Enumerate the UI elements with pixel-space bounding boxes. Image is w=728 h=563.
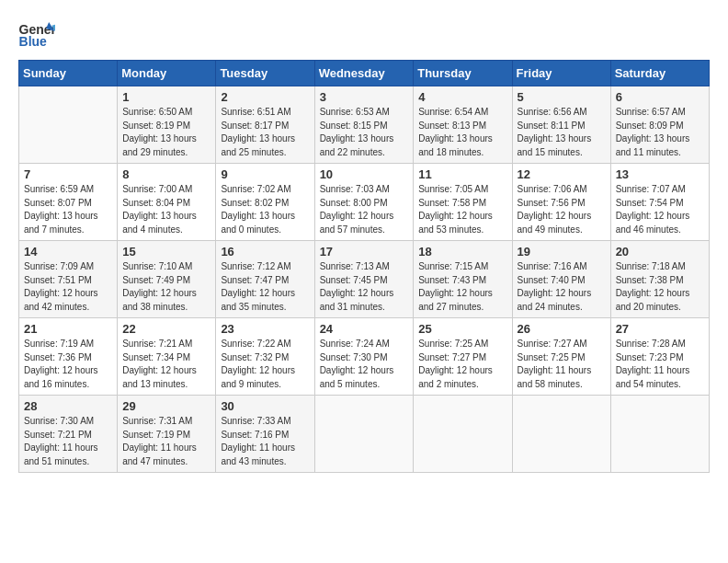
calendar-cell: 20Sunrise: 7:18 AM Sunset: 7:38 PM Dayli… bbox=[610, 241, 709, 318]
calendar-cell: 19Sunrise: 7:16 AM Sunset: 7:40 PM Dayli… bbox=[512, 241, 610, 318]
calendar-week-1: 1Sunrise: 6:50 AM Sunset: 8:19 PM Daylig… bbox=[19, 86, 710, 164]
day-info: Sunrise: 7:15 AM Sunset: 7:43 PM Dayligh… bbox=[418, 260, 506, 314]
day-number: 15 bbox=[122, 245, 210, 259]
calendar-cell: 23Sunrise: 7:22 AM Sunset: 7:32 PM Dayli… bbox=[216, 318, 314, 396]
day-number: 11 bbox=[418, 167, 506, 181]
day-info: Sunrise: 6:54 AM Sunset: 8:13 PM Dayligh… bbox=[418, 106, 506, 159]
day-number: 25 bbox=[418, 322, 506, 336]
svg-text:Blue: Blue bbox=[19, 34, 48, 49]
header-sunday: Sunday bbox=[19, 61, 118, 86]
day-info: Sunrise: 6:51 AM Sunset: 8:17 PM Dayligh… bbox=[221, 106, 309, 159]
calendar-cell: 7Sunrise: 6:59 AM Sunset: 8:07 PM Daylig… bbox=[19, 164, 118, 241]
day-info: Sunrise: 7:07 AM Sunset: 7:54 PM Dayligh… bbox=[616, 183, 704, 236]
day-number: 1 bbox=[122, 90, 210, 104]
day-info: Sunrise: 7:25 AM Sunset: 7:27 PM Dayligh… bbox=[418, 338, 506, 391]
day-info: Sunrise: 7:30 AM Sunset: 7:21 PM Dayligh… bbox=[24, 415, 112, 468]
calendar-cell: 1Sunrise: 6:50 AM Sunset: 8:19 PM Daylig… bbox=[118, 86, 216, 164]
day-number: 3 bbox=[320, 90, 409, 104]
day-info: Sunrise: 7:16 AM Sunset: 7:40 PM Dayligh… bbox=[518, 260, 606, 314]
day-number: 14 bbox=[24, 245, 112, 259]
calendar-cell: 3Sunrise: 6:53 AM Sunset: 8:15 PM Daylig… bbox=[314, 86, 414, 164]
day-info: Sunrise: 6:50 AM Sunset: 8:19 PM Dayligh… bbox=[122, 106, 210, 159]
day-number: 10 bbox=[320, 167, 409, 181]
day-number: 13 bbox=[616, 167, 704, 181]
day-number: 30 bbox=[221, 399, 309, 413]
calendar-cell bbox=[414, 396, 512, 473]
calendar-cell: 6Sunrise: 6:57 AM Sunset: 8:09 PM Daylig… bbox=[610, 86, 709, 164]
day-info: Sunrise: 7:05 AM Sunset: 7:58 PM Dayligh… bbox=[418, 183, 506, 236]
calendar-cell: 10Sunrise: 7:03 AM Sunset: 8:00 PM Dayli… bbox=[314, 164, 414, 241]
day-info: Sunrise: 7:31 AM Sunset: 7:19 PM Dayligh… bbox=[122, 415, 210, 468]
day-number: 28 bbox=[24, 399, 112, 413]
day-number: 22 bbox=[122, 322, 210, 336]
day-number: 20 bbox=[616, 245, 704, 259]
day-number: 5 bbox=[518, 90, 606, 104]
day-info: Sunrise: 7:00 AM Sunset: 8:04 PM Dayligh… bbox=[122, 183, 210, 236]
calendar-cell: 27Sunrise: 7:28 AM Sunset: 7:23 PM Dayli… bbox=[610, 318, 709, 396]
day-info: Sunrise: 6:53 AM Sunset: 8:15 PM Dayligh… bbox=[320, 106, 409, 159]
page-header: General Blue bbox=[18, 18, 710, 51]
calendar-week-2: 7Sunrise: 6:59 AM Sunset: 8:07 PM Daylig… bbox=[19, 164, 710, 241]
day-info: Sunrise: 7:10 AM Sunset: 7:49 PM Dayligh… bbox=[122, 260, 210, 314]
calendar-cell: 14Sunrise: 7:09 AM Sunset: 7:51 PM Dayli… bbox=[19, 241, 118, 318]
day-number: 7 bbox=[24, 167, 112, 181]
calendar-cell: 17Sunrise: 7:13 AM Sunset: 7:45 PM Dayli… bbox=[314, 241, 414, 318]
header-thursday: Thursday bbox=[414, 61, 512, 86]
logo: General Blue bbox=[18, 18, 55, 51]
logo-svg: General Blue bbox=[18, 18, 55, 51]
calendar-table: SundayMondayTuesdayWednesdayThursdayFrid… bbox=[18, 60, 710, 473]
day-info: Sunrise: 6:57 AM Sunset: 8:09 PM Dayligh… bbox=[616, 106, 704, 159]
day-number: 18 bbox=[418, 245, 506, 259]
calendar-cell: 22Sunrise: 7:21 AM Sunset: 7:34 PM Dayli… bbox=[118, 318, 216, 396]
calendar-cell: 24Sunrise: 7:24 AM Sunset: 7:30 PM Dayli… bbox=[314, 318, 414, 396]
day-number: 16 bbox=[221, 245, 309, 259]
day-info: Sunrise: 7:22 AM Sunset: 7:32 PM Dayligh… bbox=[221, 338, 309, 391]
calendar-week-5: 28Sunrise: 7:30 AM Sunset: 7:21 PM Dayli… bbox=[19, 396, 710, 473]
day-info: Sunrise: 7:33 AM Sunset: 7:16 PM Dayligh… bbox=[221, 415, 309, 468]
calendar-cell bbox=[314, 396, 414, 473]
day-info: Sunrise: 7:18 AM Sunset: 7:38 PM Dayligh… bbox=[616, 260, 704, 314]
day-number: 8 bbox=[122, 167, 210, 181]
calendar-cell: 18Sunrise: 7:15 AM Sunset: 7:43 PM Dayli… bbox=[414, 241, 512, 318]
day-number: 2 bbox=[221, 90, 309, 104]
calendar-cell bbox=[610, 396, 709, 473]
day-number: 19 bbox=[518, 245, 606, 259]
calendar-cell: 26Sunrise: 7:27 AM Sunset: 7:25 PM Dayli… bbox=[512, 318, 610, 396]
header-monday: Monday bbox=[118, 61, 216, 86]
day-info: Sunrise: 7:19 AM Sunset: 7:36 PM Dayligh… bbox=[24, 338, 112, 391]
day-number: 17 bbox=[320, 245, 409, 259]
day-number: 27 bbox=[616, 322, 704, 336]
day-number: 6 bbox=[616, 90, 704, 104]
day-info: Sunrise: 7:28 AM Sunset: 7:23 PM Dayligh… bbox=[616, 338, 704, 391]
calendar-cell: 12Sunrise: 7:06 AM Sunset: 7:56 PM Dayli… bbox=[512, 164, 610, 241]
header-saturday: Saturday bbox=[610, 61, 709, 86]
day-info: Sunrise: 7:13 AM Sunset: 7:45 PM Dayligh… bbox=[320, 260, 409, 314]
calendar-cell: 5Sunrise: 6:56 AM Sunset: 8:11 PM Daylig… bbox=[512, 86, 610, 164]
calendar-cell: 25Sunrise: 7:25 AM Sunset: 7:27 PM Dayli… bbox=[414, 318, 512, 396]
calendar-cell: 28Sunrise: 7:30 AM Sunset: 7:21 PM Dayli… bbox=[19, 396, 118, 473]
day-info: Sunrise: 7:06 AM Sunset: 7:56 PM Dayligh… bbox=[518, 183, 606, 236]
calendar-cell: 15Sunrise: 7:10 AM Sunset: 7:49 PM Dayli… bbox=[118, 241, 216, 318]
day-info: Sunrise: 7:09 AM Sunset: 7:51 PM Dayligh… bbox=[24, 260, 112, 314]
calendar-cell: 4Sunrise: 6:54 AM Sunset: 8:13 PM Daylig… bbox=[414, 86, 512, 164]
day-number: 4 bbox=[418, 90, 506, 104]
calendar-cell: 30Sunrise: 7:33 AM Sunset: 7:16 PM Dayli… bbox=[216, 396, 314, 473]
calendar-week-4: 21Sunrise: 7:19 AM Sunset: 7:36 PM Dayli… bbox=[19, 318, 710, 396]
calendar-cell: 9Sunrise: 7:02 AM Sunset: 8:02 PM Daylig… bbox=[216, 164, 314, 241]
calendar-cell: 13Sunrise: 7:07 AM Sunset: 7:54 PM Dayli… bbox=[610, 164, 709, 241]
header-tuesday: Tuesday bbox=[216, 61, 314, 86]
day-number: 21 bbox=[24, 322, 112, 336]
day-number: 23 bbox=[221, 322, 309, 336]
day-info: Sunrise: 7:03 AM Sunset: 8:00 PM Dayligh… bbox=[320, 183, 409, 236]
header-wednesday: Wednesday bbox=[314, 61, 414, 86]
day-info: Sunrise: 7:02 AM Sunset: 8:02 PM Dayligh… bbox=[221, 183, 309, 236]
calendar-cell: 8Sunrise: 7:00 AM Sunset: 8:04 PM Daylig… bbox=[118, 164, 216, 241]
day-info: Sunrise: 6:56 AM Sunset: 8:11 PM Dayligh… bbox=[518, 106, 606, 159]
calendar-cell: 2Sunrise: 6:51 AM Sunset: 8:17 PM Daylig… bbox=[216, 86, 314, 164]
day-number: 26 bbox=[518, 322, 606, 336]
calendar-cell bbox=[512, 396, 610, 473]
day-number: 29 bbox=[122, 399, 210, 413]
header-friday: Friday bbox=[512, 61, 610, 86]
day-info: Sunrise: 6:59 AM Sunset: 8:07 PM Dayligh… bbox=[24, 183, 112, 236]
calendar-header-row: SundayMondayTuesdayWednesdayThursdayFrid… bbox=[19, 61, 710, 86]
